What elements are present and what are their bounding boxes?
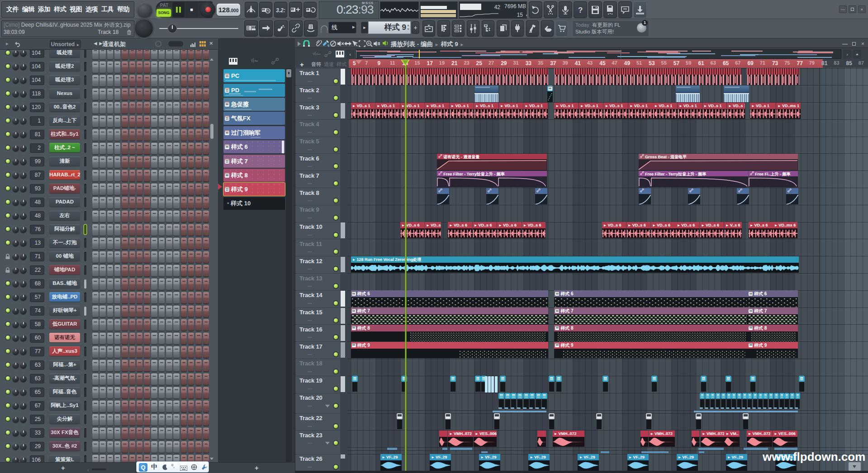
svg-text:3.2:: 3.2:	[276, 7, 285, 14]
svg-text:?: ?	[578, 6, 583, 14]
